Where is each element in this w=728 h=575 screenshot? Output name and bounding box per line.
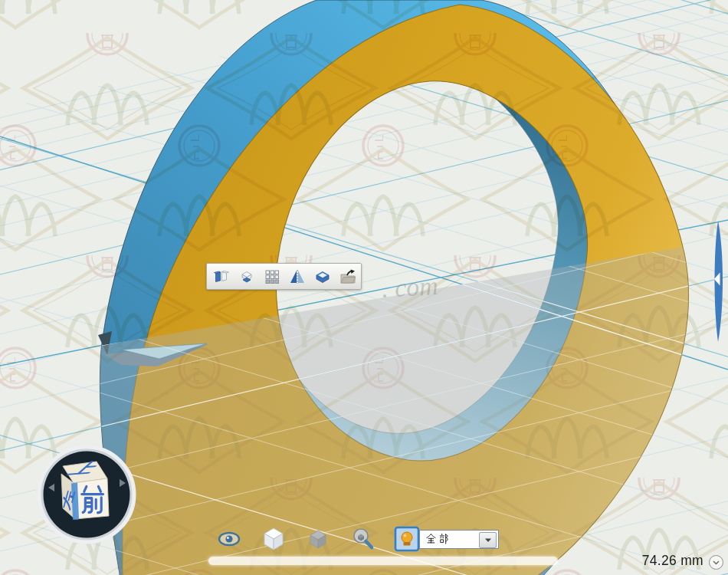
selection-filter-icon[interactable] [394, 526, 420, 552]
wireframe-cube-icon[interactable] [261, 526, 287, 552]
view-cube[interactable] [36, 445, 139, 547]
snap-icon[interactable] [238, 267, 256, 287]
measurement-readout: 74.26 mm [581, 553, 703, 570]
dropdown-arrow-button[interactable] [479, 532, 497, 548]
visibility-eye-icon[interactable] [216, 526, 242, 552]
material-box-icon[interactable] [305, 526, 331, 552]
mirror-icon[interactable] [288, 267, 307, 287]
combine-icon[interactable] [212, 267, 231, 287]
dropdown-value-glyphs [420, 531, 457, 547]
zoom-selection-icon[interactable] [349, 526, 375, 552]
bottom-hint-bar[interactable] [208, 557, 558, 565]
extract-icon[interactable] [313, 267, 332, 287]
floating-toolbar [206, 263, 362, 290]
selection-filter-dropdown[interactable] [419, 530, 499, 549]
pattern-icon[interactable] [263, 267, 281, 287]
measurement-dropdown-button[interactable] [709, 555, 723, 570]
export-icon[interactable] [339, 267, 357, 287]
panel-handle[interactable] [708, 218, 728, 348]
